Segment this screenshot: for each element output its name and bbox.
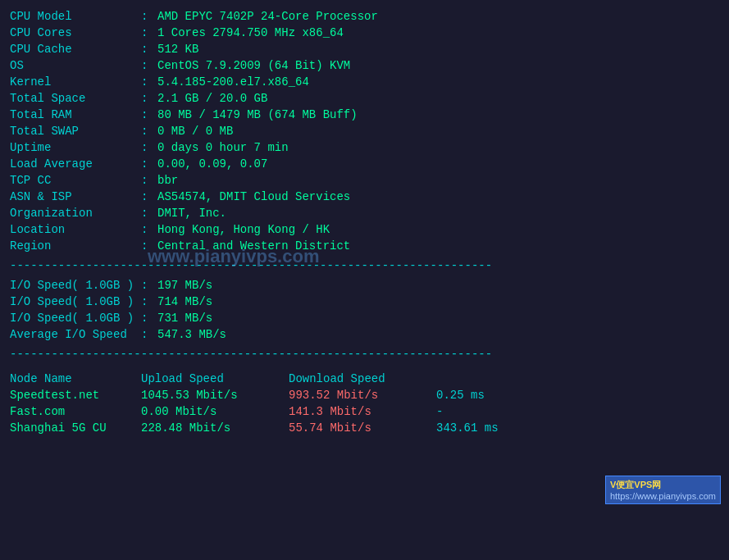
- io-colon: :: [141, 310, 157, 326]
- info-colon: :: [141, 156, 157, 172]
- info-value: bbr: [157, 172, 719, 189]
- info-label: CPU Cores: [10, 25, 141, 41]
- info-colon: :: [141, 107, 157, 123]
- divider-1: ----------------------------------------…: [10, 254, 719, 277]
- info-value: 0.00, 0.09, 0.07: [157, 156, 719, 172]
- io-speed-row: Average I/O Speed : 547.3 MB/s: [10, 326, 719, 343]
- system-info-row: Location : Hong Kong, Hong Kong / HK: [10, 221, 719, 238]
- system-info-row: Load Average : 0.00, 0.09, 0.07: [10, 156, 719, 172]
- info-label: Total Space: [10, 90, 141, 107]
- network-table: Node Name Upload Speed Download Speed Sp…: [10, 369, 719, 436]
- info-colon: :: [141, 25, 157, 41]
- info-value: 5.4.185-200.el7.x86_64: [157, 74, 719, 90]
- network-row: Speedtest.net 1045.53 Mbit/s 993.52 Mbit…: [10, 387, 719, 403]
- watermark-badge: V便宜VPS网 https://www.pianyivps.com: [605, 476, 721, 504]
- network-row: Fast.com 0.00 Mbit/s 141.3 Mbit/s -: [10, 403, 719, 420]
- net-upload: 0.00 Mbit/s: [141, 403, 289, 420]
- system-info-row: Total SWAP : 0 MB / 0 MB: [10, 123, 719, 139]
- net-header-latency: [436, 369, 719, 387]
- net-header-download: Download Speed: [289, 369, 436, 387]
- info-value: 2.1 GB / 20.0 GB: [157, 90, 719, 107]
- system-info-row: Organization : DMIT, Inc.: [10, 205, 719, 221]
- info-value: CentOS 7.9.2009 (64 Bit) KVM: [157, 57, 719, 74]
- system-info-row: Uptime : 0 days 0 hour 7 min: [10, 139, 719, 156]
- info-label: CPU Model: [10, 8, 141, 25]
- info-label: TCP CC: [10, 172, 141, 189]
- system-info-row: OS : CentOS 7.9.2009 (64 Bit) KVM: [10, 57, 719, 74]
- net-node: Shanghai 5G CU: [10, 420, 141, 436]
- info-value: Hong Kong, Hong Kong / HK: [157, 221, 719, 238]
- system-info-row: Kernel : 5.4.185-200.el7.x86_64: [10, 74, 719, 90]
- system-info-row: Total Space : 2.1 GB / 20.0 GB: [10, 90, 719, 107]
- system-info-table: CPU Model : AMD EPYC 7402P 24-Core Proce…: [10, 8, 719, 254]
- io-label: Average I/O Speed: [10, 326, 141, 343]
- io-value: 714 MB/s: [157, 294, 719, 310]
- info-value: 80 MB / 1479 MB (674 MB Buff): [157, 107, 719, 123]
- net-header-upload: Upload Speed: [141, 369, 289, 387]
- net-latency: 0.25 ms: [436, 387, 719, 403]
- io-speed-row: I/O Speed( 1.0GB ) : 714 MB/s: [10, 294, 719, 310]
- info-label: Total SWAP: [10, 123, 141, 139]
- io-label: I/O Speed( 1.0GB ): [10, 310, 141, 326]
- divider-2: ----------------------------------------…: [10, 343, 719, 366]
- info-colon: :: [141, 172, 157, 189]
- io-colon: :: [141, 294, 157, 310]
- io-label: I/O Speed( 1.0GB ): [10, 277, 141, 294]
- system-info-row: ASN & ISP : AS54574, DMIT Cloud Services: [10, 189, 719, 205]
- info-value: 0 days 0 hour 7 min: [157, 139, 719, 156]
- network-header-row: Node Name Upload Speed Download Speed: [10, 369, 719, 387]
- info-colon: :: [141, 90, 157, 107]
- info-value: AS54574, DMIT Cloud Services: [157, 189, 719, 205]
- info-value: DMIT, Inc.: [157, 205, 719, 221]
- io-label: I/O Speed( 1.0GB ): [10, 294, 141, 310]
- io-value: 547.3 MB/s: [157, 326, 719, 343]
- net-download: 141.3 Mbit/s: [289, 403, 436, 420]
- info-label: Kernel: [10, 74, 141, 90]
- info-colon: :: [141, 238, 157, 254]
- info-colon: :: [141, 123, 157, 139]
- info-value: 1 Cores 2794.750 MHz x86_64: [157, 25, 719, 41]
- system-info-row: CPU Cores : 1 Cores 2794.750 MHz x86_64: [10, 25, 719, 41]
- io-speed-table: I/O Speed( 1.0GB ) : 197 MB/s I/O Speed(…: [10, 277, 719, 343]
- info-colon: :: [141, 205, 157, 221]
- net-node: Speedtest.net: [10, 387, 141, 403]
- info-label: OS: [10, 57, 141, 74]
- system-info-row: Total RAM : 80 MB / 1479 MB (674 MB Buff…: [10, 107, 719, 123]
- net-download: 55.74 Mbit/s: [289, 420, 436, 436]
- info-label: Total RAM: [10, 107, 141, 123]
- watermark-url: https://www.pianyivps.com: [610, 491, 716, 501]
- info-label: ASN & ISP: [10, 189, 141, 205]
- info-label: Load Average: [10, 156, 141, 172]
- net-node: Fast.com: [10, 403, 141, 420]
- info-colon: :: [141, 221, 157, 238]
- info-value: 512 KB: [157, 41, 719, 57]
- info-value: Central and Western District: [157, 238, 719, 254]
- net-download: 993.52 Mbit/s: [289, 387, 436, 403]
- info-label: Location: [10, 221, 141, 238]
- info-label: Region: [10, 238, 141, 254]
- info-colon: :: [141, 41, 157, 57]
- net-latency: 343.61 ms: [436, 420, 719, 436]
- net-upload: 228.48 Mbit/s: [141, 420, 289, 436]
- net-upload: 1045.53 Mbit/s: [141, 387, 289, 403]
- info-colon: :: [141, 8, 157, 25]
- info-label: CPU Cache: [10, 41, 141, 57]
- info-label: Organization: [10, 205, 141, 221]
- info-label: Uptime: [10, 139, 141, 156]
- io-speed-row: I/O Speed( 1.0GB ) : 731 MB/s: [10, 310, 719, 326]
- info-value: AMD EPYC 7402P 24-Core Processor: [157, 8, 719, 25]
- network-row: Shanghai 5G CU 228.48 Mbit/s 55.74 Mbit/…: [10, 420, 719, 436]
- net-header-node: Node Name: [10, 369, 141, 387]
- system-info-row: CPU Model : AMD EPYC 7402P 24-Core Proce…: [10, 8, 719, 25]
- info-colon: :: [141, 74, 157, 90]
- io-speed-row: I/O Speed( 1.0GB ) : 197 MB/s: [10, 277, 719, 294]
- info-colon: :: [141, 189, 157, 205]
- io-value: 197 MB/s: [157, 277, 719, 294]
- system-info-row: Region : Central and Western District: [10, 238, 719, 254]
- io-value: 731 MB/s: [157, 310, 719, 326]
- system-info-row: TCP CC : bbr: [10, 172, 719, 189]
- watermark-title: V便宜VPS网: [610, 479, 716, 491]
- net-latency: -: [436, 403, 719, 420]
- info-value: 0 MB / 0 MB: [157, 123, 719, 139]
- io-colon: :: [141, 326, 157, 343]
